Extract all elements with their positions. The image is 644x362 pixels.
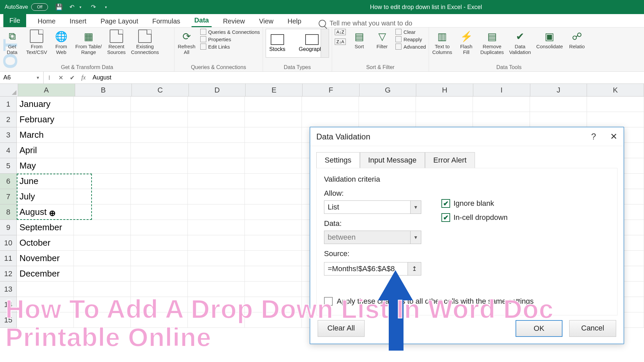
range-picker-icon[interactable]: ↥ [408,262,421,276]
cell[interactable] [245,97,302,112]
remove-duplicates-button[interactable]: ▤Remove Duplicates [480,29,504,56]
cell[interactable] [245,220,302,235]
cell[interactable] [74,158,131,174]
cell[interactable]: March [17,127,74,143]
cell[interactable] [245,251,302,266]
row-header-2[interactable]: 2 [0,112,17,127]
advanced-filter-button[interactable]: Advanced [395,44,426,50]
cell[interactable] [188,127,245,143]
cell[interactable]: October [17,235,74,251]
row-header-1[interactable]: 1 [0,97,17,112]
qat-customize-icon[interactable]: ▾ [102,3,110,11]
cell[interactable] [245,189,302,204]
cell[interactable] [131,220,188,235]
cell[interactable] [188,143,245,158]
row-header-7[interactable]: 7 [0,189,17,204]
row-header-3[interactable]: 3 [0,127,17,143]
cell[interactable] [188,204,245,220]
row-header-8[interactable]: 8 [0,204,17,220]
cell[interactable] [74,127,131,143]
cell[interactable] [74,251,131,266]
existing-connections-button[interactable]: Existing Connections [130,29,159,56]
col-header-D[interactable]: D [189,84,246,96]
tab-data[interactable]: Data [192,14,211,27]
cell[interactable] [188,174,245,189]
cell[interactable] [245,174,302,189]
data-types-gallery[interactable]: Stocks Geography [266,29,329,58]
cell[interactable] [302,97,359,112]
cell[interactable] [245,127,302,143]
stocks-type[interactable]: Stocks [269,34,285,52]
cancel-button[interactable]: Cancel [569,320,616,337]
filter-button[interactable]: ▽Filter [373,29,391,50]
cell[interactable] [131,235,188,251]
cell[interactable]: June [17,174,74,189]
fx-icon[interactable]: fx [78,74,89,81]
text-to-columns-button[interactable]: ▥Text to Columns [432,29,453,56]
sort-desc-icon[interactable]: Z↓A [335,39,346,45]
cell[interactable] [245,143,302,158]
get-data-button[interactable]: ⧉Get Data [3,29,21,56]
tab-formulas[interactable]: Formulas [150,15,183,27]
cell[interactable] [74,97,131,112]
close-icon[interactable]: ✕ [610,131,618,142]
data-validation-button[interactable]: ✔Data Validation [508,29,532,56]
cell[interactable] [74,189,131,204]
cell[interactable] [188,235,245,251]
tell-me-search[interactable]: Tell me what you want to do [319,19,412,27]
cell[interactable] [188,158,245,174]
cell[interactable] [74,220,131,235]
cell[interactable] [530,112,587,127]
cell[interactable] [359,97,416,112]
sort-asc-icon[interactable]: A↓Z [335,29,346,35]
row-header-11[interactable]: 11 [0,251,17,266]
row-header-6[interactable]: 6 [0,174,17,189]
cell[interactable] [74,266,131,282]
cell[interactable] [74,174,131,189]
tab-view[interactable]: View [256,15,276,27]
cell[interactable]: December [17,266,74,282]
cell[interactable]: August [17,204,74,220]
cell[interactable] [131,112,188,127]
ignore-blank-checkbox[interactable]: ✔ Ignore blank [441,199,507,208]
cell[interactable] [245,112,302,127]
accept-formula-icon[interactable]: ✔ [66,74,78,81]
row-header-10[interactable]: 10 [0,235,17,251]
col-header-H[interactable]: H [416,84,473,96]
col-header-B[interactable]: B [75,84,132,96]
chevron-down-icon[interactable]: ▼ [411,200,421,214]
save-icon[interactable]: 💾 [55,3,63,11]
cell[interactable] [74,112,131,127]
tab-help[interactable]: Help [285,15,304,27]
file-tab[interactable]: File [3,14,26,27]
cell[interactable] [74,143,131,158]
select-all-corner[interactable] [0,84,18,96]
row-header-4[interactable]: 4 [0,143,17,158]
flash-fill-button[interactable]: ⚡Flash Fill [457,29,476,56]
gallery-scroll[interactable] [321,29,329,57]
cell[interactable] [245,266,302,282]
tab-home[interactable]: Home [35,15,58,27]
cell[interactable] [131,174,188,189]
col-header-C[interactable]: C [132,84,189,96]
name-box-dropdown-icon[interactable]: ▼ [36,75,40,80]
recent-sources-button[interactable]: Recent Sources [106,29,126,56]
from-text-csv-button[interactable]: From Text/CSV [25,29,48,56]
col-header-E[interactable]: E [246,84,303,96]
clear-filter-button[interactable]: Clear [395,29,426,35]
redo-icon[interactable]: ↷ [89,3,98,11]
cell[interactable] [245,158,302,174]
from-web-button[interactable]: 🌐From Web [52,29,71,56]
col-header-K[interactable]: K [587,84,644,96]
cell[interactable] [245,204,302,220]
autosave-state[interactable]: Off [31,3,48,11]
cell[interactable] [587,112,644,127]
incell-dropdown-checkbox[interactable]: ✔ In-cell dropdown [441,213,507,222]
cell[interactable] [188,112,245,127]
name-box[interactable]: A6 ▼ [0,72,44,83]
cell[interactable] [188,189,245,204]
autosave-toggle[interactable]: AutoSave Off [0,3,53,11]
cell[interactable] [302,112,359,127]
cell[interactable]: January [17,97,74,112]
col-header-J[interactable]: J [530,84,587,96]
